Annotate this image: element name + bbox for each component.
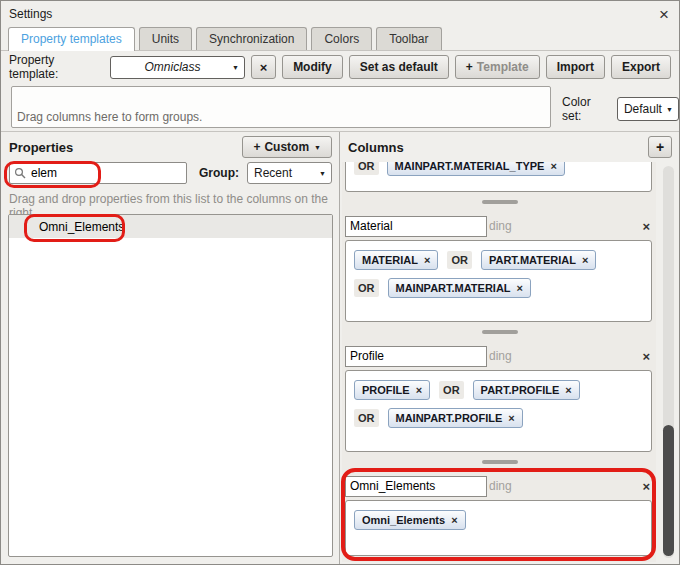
property-template-value: Omniclass	[144, 60, 200, 74]
delete-icon: ×	[260, 60, 268, 75]
group-dropzone[interactable]: Drag columns here to form groups.	[11, 86, 551, 128]
tag-label: MAINPART.PROFILE	[396, 412, 503, 424]
close-icon[interactable]: ×	[659, 6, 669, 23]
property-tag[interactable]: MATERIAL ×	[354, 250, 438, 270]
tag-container: MATERIAL × OR PART.MATERIAL × OR	[345, 240, 652, 322]
delete-template-button[interactable]: ×	[251, 55, 276, 79]
tab-units[interactable]: Units	[139, 27, 192, 50]
property-tag[interactable]: MAINPART.MATERIAL ×	[388, 278, 532, 298]
color-set-label: Color set:	[562, 95, 611, 123]
modify-button[interactable]: Modify	[282, 55, 343, 79]
main-area: Properties + Custom ▼ Group: Recen	[1, 131, 679, 564]
properties-header: Properties + Custom ▼	[1, 132, 339, 160]
card-close-icon[interactable]: ×	[642, 219, 650, 234]
add-template-label: Template	[477, 60, 529, 74]
tag-label: Omni_Elements	[362, 514, 445, 526]
tag-remove-icon[interactable]: ×	[565, 384, 571, 396]
card-header: ding ×	[345, 212, 654, 240]
tag-remove-icon[interactable]: ×	[508, 412, 514, 424]
card-close-icon[interactable]: ×	[642, 349, 650, 364]
drag-handle[interactable]	[482, 200, 518, 204]
drag-handle[interactable]	[482, 460, 518, 464]
property-tag[interactable]: Omni_Elements ×	[354, 510, 466, 530]
tag-remove-icon[interactable]: ×	[550, 162, 556, 172]
tag-remove-icon[interactable]: ×	[451, 514, 457, 526]
column-name-input[interactable]	[345, 346, 487, 367]
column-card-profile: ding × PROFILE × OR PART	[345, 342, 654, 452]
property-tag[interactable]: PART.MATERIAL ×	[481, 250, 596, 270]
tag-label: MAINPART.MATERIAL_TYPE	[395, 162, 545, 172]
chevron-down-icon: ▼	[232, 64, 239, 71]
tag-row: OR MAINPART.PROFILE ×	[354, 408, 643, 428]
card-separator	[345, 192, 654, 212]
or-operator: OR	[354, 279, 379, 297]
vertical-scrollbar[interactable]	[663, 166, 674, 558]
tag-remove-icon[interactable]: ×	[517, 282, 523, 294]
column-card-partial: OR MAINPART.MATERIAL_TYPE ×	[345, 162, 652, 192]
titlebar: Settings ×	[1, 1, 679, 27]
color-set-row: Color set: Default ▼	[562, 95, 679, 123]
search-box[interactable]	[9, 162, 187, 184]
column-card-material: ding × MATERIAL × OR PAR	[345, 212, 654, 322]
property-tag[interactable]: MAINPART.MATERIAL_TYPE ×	[387, 162, 565, 176]
scrollbar-thumb[interactable]	[663, 425, 674, 556]
tag-label: PART.PROFILE	[481, 384, 560, 396]
plus-icon: +	[656, 139, 664, 155]
template-toolbar: Property template: Omniclass ▼ × Modify …	[1, 51, 679, 83]
columns-scroll-viewport: OR MAINPART.MATERIAL_TYPE × ding	[342, 162, 656, 562]
search-input[interactable]	[29, 165, 182, 181]
tag-label: MAINPART.MATERIAL	[396, 282, 511, 294]
property-template-label: Property template:	[9, 53, 104, 81]
tab-property-templates[interactable]: Property templates	[8, 27, 135, 51]
chevron-down-icon: ▼	[314, 144, 321, 151]
plus-icon: +	[466, 60, 473, 74]
color-set-value: Default	[624, 102, 662, 116]
columns-header: Columns +	[340, 132, 679, 160]
group-label: Group:	[199, 166, 239, 180]
card-header-suffix: ding	[489, 479, 512, 493]
group-value: Recent	[254, 166, 292, 180]
chevron-down-icon: ▼	[666, 106, 673, 113]
set-as-default-button[interactable]: Set as default	[349, 55, 449, 79]
color-set-select[interactable]: Default ▼	[617, 97, 679, 121]
tab-synchronization[interactable]: Synchronization	[196, 27, 307, 50]
tag-row: OR MAINPART.MATERIAL ×	[354, 278, 643, 298]
card-header-suffix: ding	[489, 219, 512, 233]
column-name-input[interactable]	[345, 216, 487, 237]
card-close-icon[interactable]: ×	[642, 479, 650, 494]
tag-row: OR MAINPART.MATERIAL_TYPE ×	[354, 162, 565, 176]
add-custom-button[interactable]: + Custom ▼	[242, 136, 332, 158]
drag-handle[interactable]	[482, 330, 518, 334]
tab-toolbar[interactable]: Toolbar	[376, 27, 441, 50]
group-area: Drag columns here to form groups. Color …	[1, 83, 679, 131]
card-header-suffix: ding	[489, 349, 512, 363]
tag-remove-icon[interactable]: ×	[424, 254, 430, 266]
property-tag[interactable]: PROFILE ×	[354, 380, 430, 400]
card-separator	[345, 322, 654, 342]
tag-remove-icon[interactable]: ×	[416, 384, 422, 396]
or-operator: OR	[354, 409, 379, 427]
plus-icon: +	[253, 140, 260, 154]
dropzone-hint: Drag columns here to form groups.	[17, 110, 202, 124]
tag-container: Omni_Elements ×	[345, 500, 652, 556]
tab-bar: Property templates Units Synchronization…	[1, 27, 679, 51]
tag-label: PROFILE	[362, 384, 410, 396]
property-tag[interactable]: MAINPART.PROFILE ×	[388, 408, 523, 428]
export-button[interactable]: Export	[611, 55, 671, 79]
or-operator: OR	[447, 251, 472, 269]
column-name-input[interactable]	[345, 476, 487, 497]
group-select[interactable]: Recent ▼	[247, 162, 332, 184]
property-template-select[interactable]: Omniclass ▼	[110, 56, 245, 79]
card-separator	[345, 452, 654, 472]
properties-list: Omni_Elements	[8, 214, 333, 557]
add-template-button[interactable]: + Template	[455, 55, 540, 79]
tag-row: Omni_Elements ×	[354, 510, 643, 530]
tab-colors[interactable]: Colors	[311, 27, 372, 50]
tag-remove-icon[interactable]: ×	[582, 254, 588, 266]
columns-title: Columns	[348, 140, 404, 155]
add-column-button[interactable]: +	[648, 136, 672, 158]
import-button[interactable]: Import	[546, 55, 605, 79]
or-operator: OR	[439, 381, 464, 399]
list-item[interactable]: Omni_Elements	[9, 215, 332, 238]
property-tag[interactable]: PART.PROFILE ×	[473, 380, 580, 400]
